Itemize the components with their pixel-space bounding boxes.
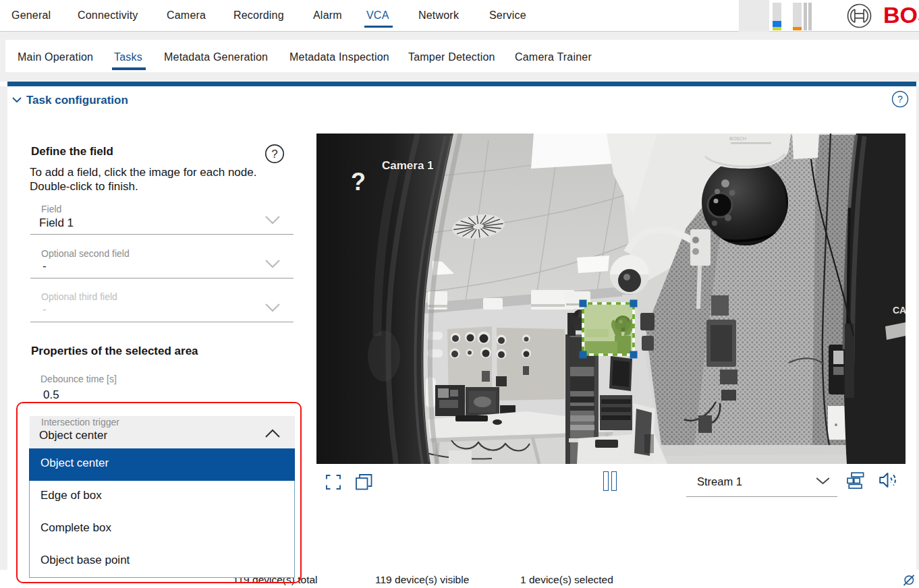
svg-text:BOSCH: BOSCH	[729, 136, 746, 141]
svg-text:Camera 1: Camera 1	[382, 159, 434, 172]
svg-text:?: ?	[271, 148, 277, 160]
svg-text:?: ?	[351, 168, 366, 196]
svg-text:?: ?	[897, 94, 903, 105]
svg-text:CA: CA	[893, 305, 906, 316]
